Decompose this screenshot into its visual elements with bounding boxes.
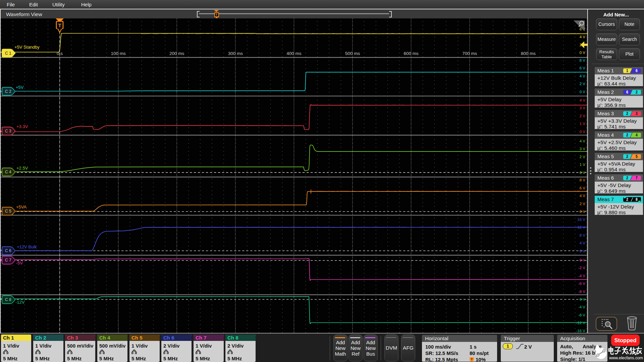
svg-text:4 V: 4 V [580, 74, 586, 78]
svg-text:C 3: C 3 [5, 129, 11, 133]
svg-text:C 7: C 7 [5, 258, 11, 262]
svg-text:3: 3 [636, 111, 638, 116]
svg-text:2: 2 [626, 176, 628, 180]
svg-text:C 2: C 2 [5, 89, 11, 94]
svg-text:3 V: 3 V [580, 106, 586, 110]
svg-text:-8 V: -8 V [578, 313, 585, 317]
svg-text:3 V: 3 V [580, 147, 586, 151]
svg-text:0 s: 0 s [57, 51, 63, 56]
svg-text:400 ms: 400 ms [286, 51, 302, 56]
svg-text:2 V: 2 V [580, 202, 586, 206]
svg-text:8 V: 8 V [580, 58, 586, 62]
svg-text:300 ms: 300 ms [228, 51, 243, 56]
svg-text:500 ms: 500 ms [345, 51, 360, 56]
svg-text:1 V: 1 V [580, 163, 586, 167]
svg-text:2 V: 2 V [580, 155, 586, 159]
svg-text:+3.3V: +3.3V [16, 124, 28, 129]
svg-text:0 V: 0 V [580, 130, 586, 134]
svg-text:1 V: 1 V [580, 122, 586, 126]
svg-text:12 V: 12 V [577, 225, 585, 229]
svg-text:www.elecfans.com: www.elecfans.com [609, 356, 643, 360]
svg-text:-16 V: -16 V [576, 329, 586, 333]
svg-text:0 V: 0 V [580, 90, 586, 94]
svg-text:700 ms: 700 ms [462, 51, 477, 56]
svg-text:C 1: C 1 [5, 51, 11, 56]
svg-text:1: 1 [626, 68, 628, 73]
svg-text:4 V: 4 V [580, 139, 586, 143]
svg-text:600 ms: 600 ms [404, 51, 419, 56]
svg-text:-4 V: -4 V [578, 305, 585, 309]
svg-text:2: 2 [626, 133, 628, 137]
svg-text:-5V: -5V [16, 260, 23, 265]
svg-text:8: 8 [636, 197, 638, 201]
svg-text:2 V: 2 V [580, 82, 586, 86]
svg-text:+5V Standby: +5V Standby [14, 45, 40, 50]
svg-text:2: 2 [626, 154, 628, 159]
svg-text:C 6: C 6 [5, 248, 11, 253]
svg-text:7: 7 [636, 176, 638, 180]
svg-text:2 V: 2 V [580, 114, 586, 118]
svg-text:6: 6 [636, 68, 638, 73]
svg-text:-6 V: -6 V [578, 282, 585, 286]
svg-text:4 V: 4 V [580, 98, 586, 102]
svg-text:+5V: +5V [16, 85, 24, 90]
svg-text:T: T [58, 22, 61, 28]
svg-text:800 ms: 800 ms [521, 51, 536, 56]
svg-text:0 V: 0 V [580, 297, 586, 301]
svg-text:-12 V: -12 V [576, 321, 586, 325]
svg-text:-2 V: -2 V [578, 266, 585, 270]
svg-text:4 V: 4 V [580, 194, 586, 198]
svg-text:C 4: C 4 [5, 170, 11, 174]
svg-text:-8 V: -8 V [578, 290, 585, 294]
svg-text:4: 4 [636, 133, 638, 137]
svg-text:8 V: 8 V [580, 178, 586, 182]
svg-text:2: 2 [636, 90, 638, 94]
svg-text:+12V Bulk: +12V Bulk [17, 244, 37, 249]
svg-text:0 V: 0 V [580, 209, 586, 214]
svg-text:0 V: 0 V [580, 249, 586, 253]
svg-text:-12V: -12V [15, 300, 25, 305]
svg-text:+2.5V: +2.5V [16, 166, 28, 171]
svg-text:2: 2 [626, 197, 628, 201]
svg-text:200 ms: 200 ms [169, 51, 184, 56]
svg-text:+5VA: +5VA [16, 204, 27, 209]
svg-text:8 V: 8 V [580, 233, 586, 237]
svg-text:C 5: C 5 [5, 209, 11, 214]
svg-text:4 V: 4 V [580, 241, 586, 245]
svg-text:6 V: 6 V [580, 186, 586, 190]
svg-text:6 V: 6 V [580, 66, 586, 70]
svg-text:5: 5 [636, 154, 638, 159]
svg-text:C 8: C 8 [5, 297, 11, 302]
svg-text:4 V: 4 V [580, 35, 586, 39]
svg-text:2: 2 [626, 111, 628, 116]
svg-text:6: 6 [626, 90, 628, 94]
svg-text:T: T [471, 358, 473, 361]
svg-text:0 V: 0 V [580, 171, 586, 175]
svg-text:-4 V: -4 V [578, 274, 585, 278]
svg-text:100 ms: 100 ms [111, 51, 126, 56]
svg-text:0 V: 0 V [580, 51, 586, 55]
svg-text:16 V: 16 V [577, 218, 585, 222]
svg-text:0 V: 0 V [580, 258, 586, 262]
